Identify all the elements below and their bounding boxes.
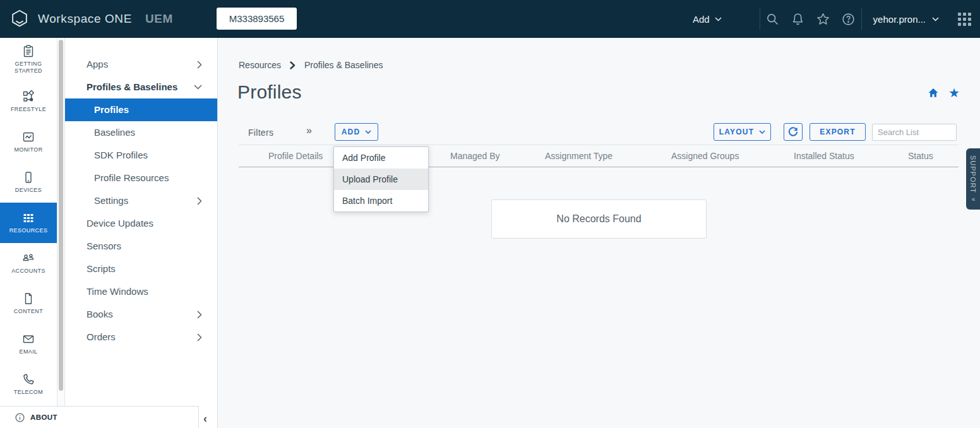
chevron-right-icon — [197, 303, 202, 326]
empty-state-message: No Records Found — [556, 213, 641, 225]
header-actions: Add yehor.pron... — [693, 0, 971, 38]
organization-group-button[interactable]: M333893565 — [217, 8, 297, 30]
search-list-input[interactable] — [872, 124, 957, 141]
rail-item-label: FREESTYLE — [11, 106, 46, 113]
people-icon — [21, 252, 35, 265]
sidebar-item-settings[interactable]: Settings — [65, 189, 217, 212]
export-button[interactable]: EXPORT — [810, 123, 866, 141]
sidebar-item-device-updates[interactable]: Device Updates — [65, 212, 217, 235]
rail-item-label: MONITOR — [14, 146, 42, 153]
column-header-status: Status — [908, 151, 959, 161]
menu-item-batch-import[interactable]: Batch Import — [334, 190, 428, 211]
help-icon[interactable] — [836, 0, 861, 38]
chevron-down-icon — [194, 76, 202, 98]
sidebar-item-scripts[interactable]: Scripts — [65, 258, 217, 280]
sidebar-item-sdk-profiles[interactable]: SDK Profiles — [65, 144, 217, 167]
refresh-button[interactable] — [784, 123, 803, 141]
info-icon — [15, 413, 25, 422]
menu-item-add-profile[interactable]: Add Profile — [334, 147, 428, 169]
rail-item-telecom[interactable]: TELECOM — [0, 364, 57, 405]
rail-item-email[interactable]: EMAIL — [0, 324, 57, 364]
rail-scrollbar-thumb[interactable] — [59, 40, 63, 391]
smartphone-icon — [22, 171, 35, 184]
sidebar-item-label: SDK Profiles — [94, 150, 148, 160]
app-grid-icon[interactable] — [958, 13, 971, 26]
sidebar-item-label: Orders — [87, 331, 116, 342]
rail-item-resources[interactable]: RESOURCES — [0, 203, 57, 243]
star-icon[interactable] — [811, 0, 836, 38]
sidebar-item-label: Books — [87, 309, 113, 319]
icon-rail: GETTING STARTED FREESTYLE MONITOR DEVICE… — [0, 38, 57, 428]
main-content: Resources Profiles & Baselines Profiles … — [218, 38, 980, 428]
sidebar-item-label: Profiles — [94, 104, 129, 115]
breadcrumb-resources[interactable]: Resources — [239, 60, 281, 70]
column-header-assigned-groups: Assigned Groups — [671, 151, 794, 161]
rail-item-label: GETTING STARTED — [8, 61, 49, 74]
header-add-menu[interactable]: Add — [693, 14, 722, 25]
rail-item-getting-started[interactable]: GETTING STARTED — [0, 38, 57, 81]
rail-item-monitor[interactable]: MONITOR — [0, 122, 57, 162]
support-tab[interactable]: SUPPORT « — [966, 148, 980, 210]
sidebar-item-apps[interactable]: Apps — [65, 53, 217, 76]
sidebar-item-label: Profiles & Baselines — [87, 81, 177, 92]
rail-item-label: TELECOM — [14, 389, 43, 396]
export-button-label: EXPORT — [820, 128, 856, 136]
user-menu[interactable]: yehor.pron... — [873, 14, 939, 25]
bell-icon[interactable] — [786, 0, 811, 38]
freestyle-icon — [22, 90, 35, 103]
sidebar-item-label: Profile Resources — [94, 172, 169, 183]
header-divider — [861, 8, 862, 30]
add-dropdown-menu: Add Profile Upload Profile Batch Import — [333, 146, 429, 212]
chevron-left-double-icon: « — [972, 196, 975, 203]
brand: Workspace ONEUEM — [9, 0, 173, 38]
rail-item-label: DEVICES — [15, 187, 42, 194]
resources-grid-icon — [22, 211, 35, 224]
add-button-label: ADD — [342, 128, 361, 136]
sidebar-item-label: Time Windows — [87, 286, 148, 297]
sidebar-item-baselines[interactable]: Baselines — [65, 121, 217, 144]
about-link[interactable]: ABOUT — [0, 406, 199, 428]
sidebar-item-label: Baselines — [94, 127, 135, 138]
sidebar-item-profiles-baselines[interactable]: Profiles & Baselines — [65, 76, 217, 98]
search-icon[interactable] — [760, 0, 786, 38]
header-add-label: Add — [693, 14, 710, 25]
add-button[interactable]: ADD — [335, 123, 378, 141]
chevron-down-icon — [365, 130, 371, 134]
rail-item-content[interactable]: CONTENT — [0, 283, 57, 324]
chevron-down-icon — [759, 130, 765, 134]
rail-item-accounts[interactable]: ACCOUNTS — [0, 243, 57, 283]
sidebar-item-sensors[interactable]: Sensors — [65, 235, 217, 258]
chevron-down-icon — [715, 17, 722, 21]
filters-expand-icon[interactable]: » — [306, 125, 312, 136]
favorite-star-icon[interactable]: ★ — [948, 87, 960, 98]
menu-item-upload-profile[interactable]: Upload Profile — [334, 169, 428, 190]
breadcrumb-profiles-baselines[interactable]: Profiles & Baselines — [304, 60, 383, 70]
page-title: Profiles — [237, 81, 302, 103]
layout-button[interactable]: LAYOUT — [714, 123, 771, 141]
about-label: ABOUT — [30, 413, 57, 421]
workspace-one-logo-icon[interactable] — [9, 8, 30, 30]
home-icon[interactable] — [928, 87, 939, 98]
support-tab-label: SUPPORT — [969, 155, 977, 193]
refresh-icon — [788, 127, 798, 137]
sidebar-item-label: Device Updates — [87, 218, 153, 229]
sidebar-collapse-icon[interactable]: ‹ — [203, 412, 207, 425]
sidebar-item-profile-resources[interactable]: Profile Resources — [65, 167, 217, 189]
username: yehor.pron... — [873, 14, 926, 25]
rail-item-freestyle[interactable]: FREESTYLE — [0, 81, 57, 122]
list-toolbar: LAYOUT EXPORT — [714, 123, 957, 141]
resources-sidebar: Apps Profiles & Baselines Profiles Basel… — [65, 38, 218, 428]
sidebar-item-time-windows[interactable]: Time Windows — [65, 280, 217, 303]
sidebar-item-profiles[interactable]: Profiles — [65, 98, 217, 121]
empty-state: No Records Found — [491, 199, 707, 239]
column-header-assignment-type: Assignment Type — [545, 151, 671, 161]
document-icon — [22, 292, 35, 305]
breadcrumb: Resources Profiles & Baselines — [239, 60, 383, 70]
rail-item-devices[interactable]: DEVICES — [0, 162, 57, 203]
sidebar-item-orders[interactable]: Orders — [65, 326, 217, 348]
sidebar-item-books[interactable]: Books — [65, 303, 217, 326]
sidebar-item-label: Settings — [94, 195, 128, 206]
page-quick-actions: ★ — [928, 87, 960, 98]
filters-toggle[interactable]: Filters — [248, 128, 273, 138]
rail-item-label: RESOURCES — [9, 227, 48, 234]
